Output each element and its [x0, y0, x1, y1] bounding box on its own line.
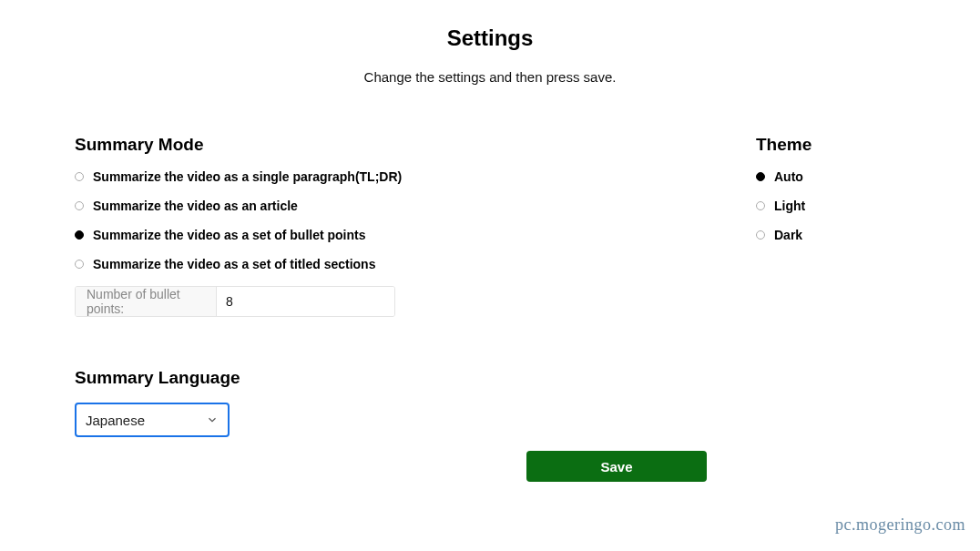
- radio-label: Summarize the video as an article: [93, 199, 298, 213]
- page-title: Settings: [0, 26, 980, 51]
- summary-mode-option-sections[interactable]: Summarize the video as a set of titled s…: [75, 257, 548, 271]
- bullet-count-group: Number of bullet points:: [75, 286, 395, 317]
- theme-option-light[interactable]: Light: [756, 199, 902, 213]
- summary-mode-heading: Summary Mode: [75, 135, 548, 155]
- theme-option-auto[interactable]: Auto: [756, 169, 902, 184]
- language-select-value: Japanese: [86, 413, 145, 428]
- radio-label: Summarize the video as a set of titled s…: [93, 257, 375, 271]
- radio-icon: [75, 260, 84, 269]
- radio-icon: [75, 172, 84, 181]
- watermark: pc.mogeringo.com: [835, 515, 965, 535]
- radio-label: Light: [774, 199, 805, 213]
- page-subtitle: Change the settings and then press save.: [0, 69, 980, 85]
- radio-label: Summarize the video as a set of bullet p…: [93, 228, 366, 242]
- radio-label: Summarize the video as a single paragrap…: [93, 169, 402, 184]
- radio-icon: [756, 230, 765, 240]
- theme-heading: Theme: [756, 135, 902, 155]
- chevron-down-icon: [206, 413, 219, 426]
- summary-language-heading: Summary Language: [75, 368, 548, 388]
- radio-icon: [756, 201, 765, 210]
- radio-label: Dark: [774, 228, 802, 242]
- radio-icon: [75, 230, 84, 240]
- save-button[interactable]: Save: [526, 451, 707, 482]
- language-select[interactable]: Japanese: [75, 403, 230, 437]
- radio-icon: [75, 201, 84, 210]
- bullet-count-label: Number of bullet points:: [76, 287, 217, 316]
- theme-option-dark[interactable]: Dark: [756, 228, 902, 242]
- summary-mode-option-paragraph[interactable]: Summarize the video as a single paragrap…: [75, 169, 548, 184]
- radio-label: Auto: [774, 169, 803, 184]
- radio-icon: [756, 172, 765, 181]
- summary-mode-option-article[interactable]: Summarize the video as an article: [75, 199, 548, 213]
- bullet-count-input[interactable]: [217, 287, 394, 316]
- summary-mode-option-bullets[interactable]: Summarize the video as a set of bullet p…: [75, 228, 548, 242]
